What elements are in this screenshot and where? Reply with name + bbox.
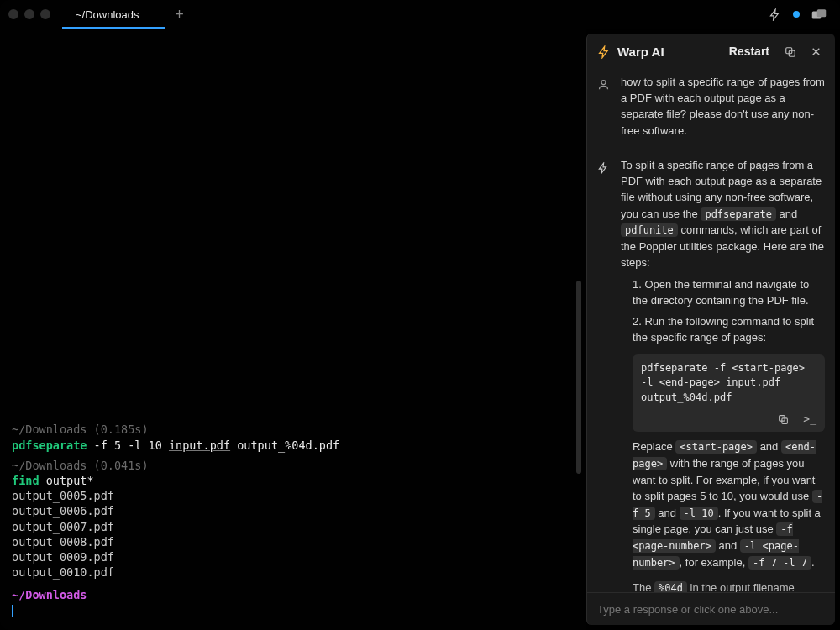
command-line: pdfseparate -f 5 -l 10 input.pdf output_… xyxy=(12,438,575,453)
traffic-zoom-icon[interactable] xyxy=(40,9,50,19)
output-line: output_0006.pdf xyxy=(12,503,575,518)
titlebar: ~/Downloads + xyxy=(0,0,840,29)
ai-conversation: how to split a specific range of pages f… xyxy=(587,67,835,592)
block-header: ~/Downloads (0.041s) xyxy=(12,458,575,473)
traffic-close-icon[interactable] xyxy=(8,9,18,19)
user-text: how to split a specific range of pages f… xyxy=(621,74,825,139)
terminal-block: ~/Downloads (0.185s) pdfseparate -f 5 -l… xyxy=(12,422,575,452)
user-message: how to split a specific range of pages f… xyxy=(597,67,825,150)
copy-icon[interactable] xyxy=(781,44,800,59)
new-tab-button[interactable]: + xyxy=(168,6,192,24)
restart-button[interactable]: Restart xyxy=(729,45,769,58)
output-line: output_0007.pdf xyxy=(12,519,575,534)
code-content: pdfseparate -f <start-page> -l <end-page… xyxy=(641,361,816,406)
step-1: 1. Open the terminal and navigate to the… xyxy=(633,276,825,308)
output-line: output_0008.pdf xyxy=(12,534,575,549)
svg-point-4 xyxy=(601,81,606,85)
tab-title: ~/Downloads xyxy=(76,8,139,21)
step-2: 2. Run the following command to split th… xyxy=(633,313,825,345)
ai-panel: Warp AI Restart how to split a specific … xyxy=(586,34,835,625)
window-controls[interactable] xyxy=(8,9,50,19)
output-line: output_0005.pdf xyxy=(12,488,575,503)
ai-header: Warp AI Restart xyxy=(587,34,835,67)
bolt-icon xyxy=(597,44,611,59)
terminal-block: ~/Downloads (0.041s) find output* output… xyxy=(12,458,575,580)
assistant-trailing: The %04d in the output filename xyxy=(621,580,825,592)
terminal-pane[interactable]: ~/Downloads (0.185s) pdfseparate -f 5 -l… xyxy=(0,29,586,630)
prompt-path: ~/Downloads xyxy=(12,588,87,601)
assistant-icon xyxy=(597,157,612,592)
ai-input[interactable] xyxy=(597,603,825,616)
traffic-minimize-icon[interactable] xyxy=(24,9,34,19)
assistant-paragraph: Replace <start-page> and <end-page> with… xyxy=(621,438,825,570)
svg-rect-1 xyxy=(817,9,827,17)
output-line: output_0010.pdf xyxy=(12,564,575,580)
close-icon[interactable] xyxy=(806,44,825,59)
copy-code-icon[interactable] xyxy=(778,412,789,425)
cursor-icon xyxy=(12,605,13,617)
user-icon xyxy=(597,74,612,139)
code-block: pdfseparate -f <start-page> -l <end-page… xyxy=(633,354,825,432)
output-line: output_0009.pdf xyxy=(12,549,575,564)
bolt-icon[interactable] xyxy=(769,7,781,22)
ai-input-bar xyxy=(587,592,835,625)
assistant-message: To split a specific range of pages from … xyxy=(597,150,825,592)
status-dot-icon xyxy=(793,11,800,18)
prompt[interactable]: ~/Downloads xyxy=(12,587,575,618)
ai-title: Warp AI xyxy=(617,45,722,59)
code-inline: pdfseparate xyxy=(701,207,775,221)
panels-icon[interactable] xyxy=(811,7,827,22)
block-header: ~/Downloads (0.185s) xyxy=(12,422,575,437)
command-line: find output* xyxy=(12,473,575,488)
run-code-icon[interactable]: >_ xyxy=(803,412,816,425)
tab-downloads[interactable]: ~/Downloads xyxy=(62,0,165,29)
code-inline: pdfunite xyxy=(621,223,678,237)
